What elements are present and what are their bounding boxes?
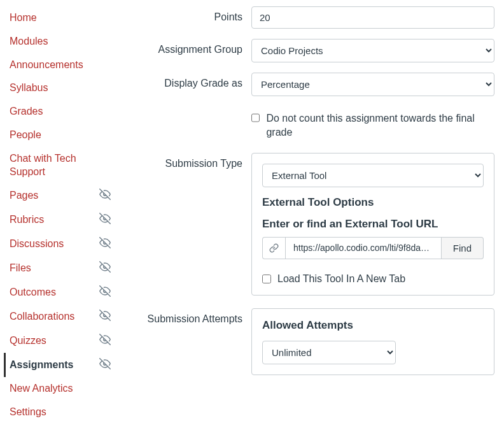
no-count-label: Do not count this assignment towards the… [266,111,494,140]
sidebar-item-grades[interactable]: Grades [10,100,115,124]
find-button[interactable]: Find [442,237,484,259]
sidebar-item-announcements[interactable]: Announcements [10,54,115,77]
assignment-group-select[interactable]: Codio Projects [251,39,494,62]
external-tool-url-heading: Enter or find an External Tool URL [262,218,484,231]
no-count-checkbox[interactable] [251,113,260,122]
sidebar-item-label: Settings [10,406,46,419]
hidden-icon [99,237,115,251]
submission-type-panel: External Tool External Tool Options Ente… [251,153,494,296]
display-grade-label: Display Grade as [127,73,251,89]
hidden-icon [99,261,115,275]
sidebar-item-discussions[interactable]: Discussions [10,232,115,256]
allowed-attempts-select[interactable]: Unlimited [262,341,396,364]
submission-attempts-panel: Allowed Attempts Unlimited [251,308,494,375]
submission-attempts-label: Submission Attempts [127,308,251,325]
external-tool-options-heading: External Tool Options [262,196,484,209]
sidebar-item-label: Quizzes [10,334,46,348]
sidebar-item-label: Modules [10,35,48,48]
sidebar-item-label: Home [10,11,37,25]
submission-type-select[interactable]: External Tool [262,164,484,187]
sidebar-item-new-analytics[interactable]: New Analytics [10,377,115,401]
sidebar-item-label: Outcomes [10,286,56,299]
sidebar-item-label: Announcements [10,59,83,72]
link-icon [262,237,285,259]
sidebar-item-pages[interactable]: Pages [10,183,115,208]
sidebar-item-label: New Analytics [10,382,73,396]
hidden-icon [99,310,115,324]
sidebar-item-label: Rubrics [10,213,44,227]
hidden-icon [99,189,115,203]
sidebar-item-label: Grades [10,105,43,118]
hidden-icon [99,213,115,227]
display-grade-select[interactable]: Percentage [251,73,494,96]
sidebar-item-label: Discussions [10,238,64,251]
sidebar-item-home[interactable]: Home [10,6,115,30]
course-sidebar: HomeModulesAnnouncementsSyllabusGradesPe… [10,6,115,421]
allowed-attempts-heading: Allowed Attempts [262,319,484,332]
submission-type-label: Submission Type [127,153,251,169]
sidebar-item-files[interactable]: Files [10,256,115,280]
hidden-icon [99,285,115,299]
sidebar-item-label: Files [10,262,31,275]
sidebar-item-modules[interactable]: Modules [10,30,115,54]
sidebar-item-collaborations[interactable]: Collaborations [10,304,115,329]
load-new-tab-label: Load This Tool In A New Tab [277,273,405,285]
sidebar-item-settings[interactable]: Settings [10,401,115,421]
sidebar-item-label: Chat with Tech Support [10,152,115,179]
sidebar-item-people[interactable]: People [10,124,115,147]
assignment-group-label: Assignment Group [127,39,251,55]
sidebar-item-outcomes[interactable]: Outcomes [10,280,115,304]
sidebar-item-label: Syllabus [10,82,48,95]
sidebar-item-label: People [10,129,41,142]
sidebar-item-label: Pages [10,189,38,203]
sidebar-item-quizzes[interactable]: Quizzes [10,329,115,353]
hidden-icon [99,334,115,348]
points-input[interactable] [251,6,494,29]
load-new-tab-checkbox[interactable] [262,275,271,283]
sidebar-item-syllabus[interactable]: Syllabus [10,76,115,100]
hidden-icon [99,358,115,372]
points-label: Points [127,6,251,23]
sidebar-item-assignments[interactable]: Assignments [4,353,115,377]
sidebar-item-rubrics[interactable]: Rubrics [10,208,115,232]
assignment-form: Points Assignment Group Codio Projects D… [115,6,494,421]
external-tool-url-input[interactable] [285,237,442,259]
sidebar-item-label: Assignments [10,359,73,372]
sidebar-item-chat-with-tech-support[interactable]: Chat with Tech Support [10,147,115,184]
sidebar-item-label: Collaborations [10,310,74,324]
